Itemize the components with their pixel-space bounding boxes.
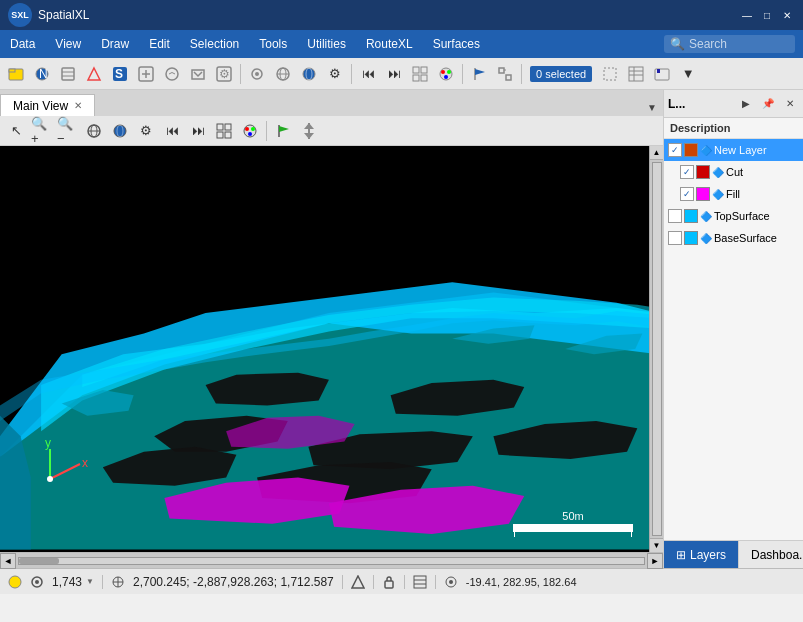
svg-text:S: S bbox=[115, 67, 123, 81]
menu-selection[interactable]: Selection bbox=[180, 30, 249, 58]
tool-table-button[interactable] bbox=[624, 62, 648, 86]
tool-grid-button[interactable] bbox=[408, 62, 432, 86]
tool-more-button[interactable]: ▼ bbox=[676, 62, 700, 86]
tool-btn-4[interactable] bbox=[82, 62, 106, 86]
layer-item-new-layer[interactable]: 🔷 New Layer bbox=[664, 139, 803, 161]
search-box: 🔍 bbox=[664, 35, 795, 53]
status-bar: 1,743 ▼ 2,700.245; -2,887,928.263; 1,712… bbox=[0, 568, 803, 594]
svg-rect-94 bbox=[385, 581, 393, 588]
vp-flag-button[interactable] bbox=[271, 119, 295, 143]
scroll-right-button[interactable]: ► bbox=[647, 553, 663, 569]
minimize-button[interactable]: — bbox=[739, 7, 755, 23]
layer-check-new-layer[interactable] bbox=[668, 143, 682, 157]
vp-select-button[interactable]: ↖ bbox=[4, 119, 28, 143]
toolbar-separator-2 bbox=[351, 64, 352, 84]
layer-item-topsurface[interactable]: 🔷 TopSurface bbox=[664, 205, 803, 227]
vp-palette-button[interactable] bbox=[238, 119, 262, 143]
vp-fwd-button[interactable]: ⏭ bbox=[186, 119, 210, 143]
status-settings-icon[interactable] bbox=[30, 575, 44, 589]
layer-item-fill[interactable]: 🔷 Fill bbox=[664, 183, 803, 205]
tool-flag-button[interactable] bbox=[467, 62, 491, 86]
status-count: 1,743 bbox=[52, 575, 82, 589]
tool-btn-9[interactable]: ⚙ bbox=[212, 62, 236, 86]
tool-pin-button[interactable] bbox=[245, 62, 269, 86]
scroll-down-button[interactable]: ▼ bbox=[650, 538, 664, 552]
layer-check-basesurface[interactable] bbox=[668, 231, 682, 245]
svg-rect-35 bbox=[506, 75, 511, 80]
tool-forward-button[interactable]: ⏭ bbox=[382, 62, 406, 86]
scale-label: 50m bbox=[562, 510, 583, 522]
scroll-thumb-h[interactable] bbox=[19, 558, 59, 564]
svg-point-54 bbox=[245, 127, 249, 131]
tool-btn-2[interactable]: N bbox=[30, 62, 54, 86]
tab-close-icon[interactable]: ✕ bbox=[74, 100, 82, 111]
layer-item-basesurface[interactable]: 🔷 BaseSurface bbox=[664, 227, 803, 249]
vp-globe-button[interactable] bbox=[82, 119, 106, 143]
tool-settings-button[interactable]: ⚙ bbox=[323, 62, 347, 86]
dashboard-tab[interactable]: Dashboa... bbox=[739, 541, 803, 568]
status-snap-icon[interactable] bbox=[351, 575, 365, 589]
svg-marker-33 bbox=[475, 69, 485, 75]
tool-select-button[interactable] bbox=[598, 62, 622, 86]
tool-btn-5[interactable]: S bbox=[108, 62, 132, 86]
tab-dropdown-button[interactable]: ▼ bbox=[645, 98, 663, 116]
layer-item-cut[interactable]: 🔷 Cut bbox=[664, 161, 803, 183]
vp-globe2-button[interactable] bbox=[108, 119, 132, 143]
scroll-left-button[interactable]: ◄ bbox=[0, 553, 16, 569]
status-count-display[interactable]: 1,743 ▼ bbox=[52, 575, 94, 589]
layers-tab[interactable]: ⊞ Layers bbox=[664, 541, 739, 568]
panel-pin-button[interactable]: 📌 bbox=[759, 95, 777, 113]
tool-btn-3[interactable] bbox=[56, 62, 80, 86]
status-sep-1 bbox=[102, 575, 103, 589]
vp-zoom-out-button[interactable]: 🔍− bbox=[56, 119, 80, 143]
menu-draw[interactable]: Draw bbox=[91, 30, 139, 58]
menu-bar: Data View Draw Edit Selection Tools Util… bbox=[0, 30, 803, 58]
main-view-tab[interactable]: Main View ✕ bbox=[0, 94, 95, 116]
layer-check-cut[interactable] bbox=[680, 165, 694, 179]
maximize-button[interactable]: □ bbox=[759, 7, 775, 23]
scroll-up-button[interactable]: ▲ bbox=[650, 146, 664, 160]
status-dropdown-arrow[interactable]: ▼ bbox=[86, 577, 94, 586]
menu-data[interactable]: Data bbox=[0, 30, 45, 58]
menu-utilities[interactable]: Utilities bbox=[297, 30, 356, 58]
vp-height-slider[interactable] bbox=[297, 119, 321, 143]
vp-settings-button[interactable]: ⚙ bbox=[134, 119, 158, 143]
menu-view[interactable]: View bbox=[45, 30, 91, 58]
tool-export-button[interactable] bbox=[650, 62, 674, 86]
tool-btn-8[interactable] bbox=[186, 62, 210, 86]
tool-snap-button[interactable] bbox=[493, 62, 517, 86]
tool-globe-button[interactable] bbox=[271, 62, 295, 86]
vp-zoom-in-button[interactable]: 🔍+ bbox=[30, 119, 54, 143]
tool-globe2-button[interactable] bbox=[297, 62, 321, 86]
tool-btn-7[interactable] bbox=[160, 62, 184, 86]
left-panel: Main View ✕ ▼ ↖ 🔍+ 🔍− ⚙ ⏮ ⏭ bbox=[0, 90, 663, 568]
svg-point-30 bbox=[447, 70, 451, 74]
open-file-button[interactable] bbox=[4, 62, 28, 86]
layer-check-topsurface[interactable] bbox=[668, 209, 682, 223]
vp-grid-button[interactable] bbox=[212, 119, 236, 143]
menu-tools[interactable]: Tools bbox=[249, 30, 297, 58]
layer-check-fill[interactable] bbox=[680, 187, 694, 201]
svg-point-13 bbox=[166, 68, 178, 80]
tool-rewind-button[interactable]: ⏮ bbox=[356, 62, 380, 86]
svg-marker-7 bbox=[88, 68, 100, 80]
menu-routexl[interactable]: RouteXL bbox=[356, 30, 423, 58]
3d-viewport[interactable]: x y 50m ▲ ▼ bbox=[0, 146, 663, 552]
status-table-icon[interactable] bbox=[413, 575, 427, 589]
menu-surfaces[interactable]: Surfaces bbox=[423, 30, 490, 58]
vp-back-button[interactable]: ⏮ bbox=[160, 119, 184, 143]
search-input[interactable] bbox=[689, 37, 789, 51]
menu-edit[interactable]: Edit bbox=[139, 30, 180, 58]
vertical-scrollbar[interactable]: ▲ ▼ bbox=[649, 146, 663, 552]
scale-line bbox=[513, 524, 633, 532]
svg-marker-93 bbox=[352, 576, 364, 588]
panel-play-button[interactable]: ▶ bbox=[737, 95, 755, 113]
scroll-track-h[interactable] bbox=[18, 557, 645, 565]
svg-rect-52 bbox=[225, 132, 231, 138]
svg-marker-60 bbox=[304, 123, 314, 129]
tool-btn-6[interactable] bbox=[134, 62, 158, 86]
tool-palette-button[interactable] bbox=[434, 62, 458, 86]
layer-color-topsurface bbox=[684, 209, 698, 223]
panel-close-button[interactable]: ✕ bbox=[781, 95, 799, 113]
close-button[interactable]: ✕ bbox=[779, 7, 795, 23]
